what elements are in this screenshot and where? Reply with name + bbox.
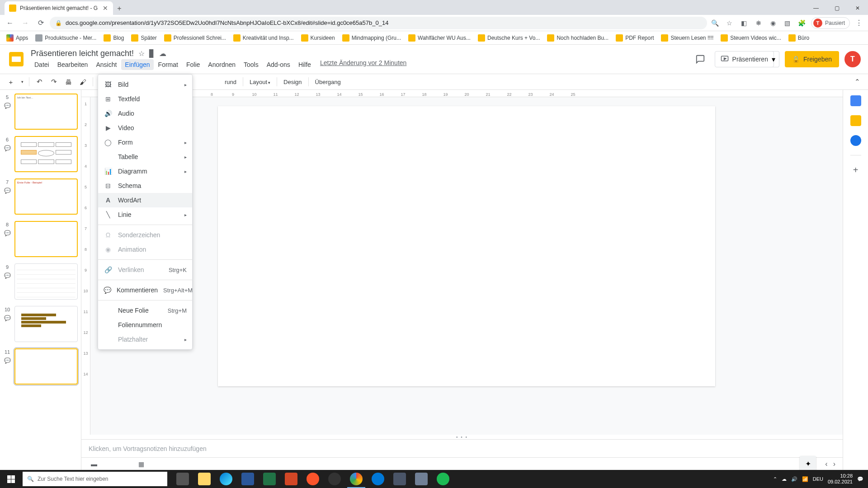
language-indicator[interactable]: DEU <box>813 476 823 482</box>
calendar-icon[interactable] <box>850 95 861 106</box>
notifications-icon[interactable]: 💬 <box>857 476 863 482</box>
move-icon[interactable]: ▊ <box>149 49 155 58</box>
slide-thumbnail-7[interactable]: Erste Folie - Beispiel <box>14 178 78 215</box>
user-avatar[interactable]: T <box>844 51 861 67</box>
document-title[interactable]: Präsentieren leicht gemacht! <box>31 49 134 58</box>
close-tab-icon[interactable]: ✕ <box>102 5 108 11</box>
new-tab-button[interactable]: + <box>113 2 126 15</box>
grid-view-button[interactable]: ▦ <box>136 459 146 469</box>
word-icon[interactable] <box>237 470 259 488</box>
excel-icon[interactable] <box>259 470 280 488</box>
edge-legacy-icon[interactable] <box>367 470 389 488</box>
menu-item-bild[interactable]: 🖼 Bild ▸ <box>98 77 192 92</box>
slide-thumbnail-5[interactable]: Ich bin Text... <box>14 94 78 130</box>
filmstrip-view-button[interactable]: ▬ <box>89 459 99 469</box>
ubergang-button[interactable]: Übergang <box>312 77 344 87</box>
design-button[interactable]: Design <box>281 77 304 87</box>
present-dropdown[interactable]: ▾ <box>769 51 779 67</box>
start-button[interactable] <box>0 470 22 488</box>
menu-anordnen[interactable]: Anordnen <box>204 59 239 70</box>
bookmark-item[interactable]: Produktsuche - Mer... <box>33 33 99 43</box>
menu-item-tabelle[interactable]: Tabelle ▸ <box>98 150 192 164</box>
menu-item-wordart[interactable]: A WordArt <box>98 193 192 207</box>
bookmark-item[interactable]: Kursideen <box>298 33 338 43</box>
slides-logo-icon[interactable] <box>7 50 25 68</box>
slide-canvas[interactable] <box>90 97 843 435</box>
close-window-button[interactable]: ✕ <box>847 1 868 15</box>
obs-icon[interactable] <box>324 470 345 488</box>
bookmark-item[interactable]: Kreativität und Insp... <box>231 33 297 43</box>
menu-item-diagramm[interactable]: 📊 Diagramm ▸ <box>98 164 192 178</box>
bookmark-item[interactable]: Steuern Lesen !!!! <box>658 33 716 43</box>
next-slide-button[interactable]: › <box>833 460 835 468</box>
bookmark-item[interactable]: Später <box>128 33 159 43</box>
add-addon-button[interactable]: + <box>850 164 861 175</box>
edge-icon[interactable] <box>215 470 237 488</box>
menu-datei[interactable]: Datei <box>31 59 53 70</box>
print-button[interactable]: 🖶 <box>62 75 75 88</box>
menu-tools[interactable]: Tools <box>240 59 262 70</box>
bookmark-item[interactable]: Büro <box>786 33 812 43</box>
menu-item-foliennummern[interactable]: Foliennummern <box>98 318 192 332</box>
onedrive-icon[interactable]: ☁ <box>782 476 787 482</box>
menu-hilfe[interactable]: Hilfe <box>295 59 315 70</box>
hintergrund-button[interactable]: rund <box>222 77 239 87</box>
back-button[interactable]: ← <box>4 17 16 29</box>
windows-search-input[interactable]: 🔍 Zur Suche Text hier eingeben <box>23 472 167 486</box>
new-slide-dropdown[interactable]: ▾ <box>19 75 25 88</box>
bookmark-item[interactable]: Mindmapping (Gru... <box>340 33 404 43</box>
keep-icon[interactable] <box>850 115 861 126</box>
menu-item-audio[interactable]: 🔊 Audio <box>98 106 192 121</box>
new-slide-button[interactable]: + <box>5 75 17 88</box>
tray-chevron-icon[interactable]: ⌃ <box>773 476 777 482</box>
undo-button[interactable]: ↶ <box>33 75 46 88</box>
menu-item-linie[interactable]: ╲ Linie ▸ <box>98 207 192 222</box>
menu-folie[interactable]: Folie <box>183 59 203 70</box>
file-explorer-icon[interactable] <box>193 470 215 488</box>
notes-resize-handle[interactable]: • • • <box>81 435 843 439</box>
extension-icon-3[interactable]: ▧ <box>782 18 793 28</box>
tasks-icon[interactable] <box>850 135 861 146</box>
slide-thumbnail-9[interactable] <box>14 263 78 300</box>
extension-icon-1[interactable]: ❋ <box>753 18 764 28</box>
menu-item-form[interactable]: ◯ Form ▸ <box>98 135 192 150</box>
menu-addons[interactable]: Add-ons <box>263 59 294 70</box>
menu-bearbeiten[interactable]: Bearbeiten <box>54 59 92 70</box>
powerpoint-icon[interactable] <box>280 470 302 488</box>
menu-einfuegen[interactable]: Einfügen <box>121 59 153 70</box>
slide-thumbnail-10[interactable] <box>14 306 78 342</box>
app-icon[interactable] <box>410 470 432 488</box>
menu-format[interactable]: Format <box>155 59 182 70</box>
profile-chip[interactable]: T Pausiert <box>811 17 850 29</box>
bookmark-item[interactable]: PDF Report <box>613 33 656 43</box>
maximize-button[interactable]: ▢ <box>826 1 847 15</box>
collapse-toolbar-button[interactable]: ⌃ <box>851 75 863 88</box>
bookmark-item[interactable]: Wahlfächer WU Aus... <box>406 33 473 43</box>
bookmark-apps[interactable]: Apps <box>4 33 31 43</box>
minimize-button[interactable]: — <box>806 1 826 15</box>
menu-item-video[interactable]: ▶ Video <box>98 121 192 135</box>
zoom-icon[interactable]: 🔍 <box>710 18 721 28</box>
volume-icon[interactable]: 🔊 <box>791 476 797 482</box>
cloud-status-icon[interactable]: ☁ <box>159 49 166 58</box>
present-button[interactable]: Präsentieren <box>715 51 774 67</box>
browser-tab[interactable]: Präsentieren leicht gemacht! - G ✕ <box>5 1 113 15</box>
menu-item-textfeld[interactable]: ⊞ Textfeld <box>98 92 192 106</box>
extension-icon-2[interactable]: ◉ <box>768 18 778 28</box>
last-change-link[interactable]: Letzte Änderung vor 2 Minuten <box>320 59 406 70</box>
bookmark-item[interactable]: Professionell Schrei... <box>161 33 229 43</box>
chrome-menu-icon[interactable]: ⋮ <box>854 19 864 27</box>
bookmark-item[interactable]: Noch hochladen Bu... <box>544 33 611 43</box>
prev-slide-button[interactable]: ‹ <box>825 460 827 468</box>
slide-thumbnail-11[interactable] <box>14 348 78 385</box>
brave-icon[interactable] <box>302 470 324 488</box>
forward-button[interactable]: → <box>19 17 32 29</box>
clock[interactable]: 10:28 09.02.2021 <box>828 473 853 485</box>
star-icon[interactable]: ☆ <box>138 49 145 58</box>
redo-button[interactable]: ↷ <box>47 75 60 88</box>
comments-button[interactable] <box>691 50 709 68</box>
menu-item-neue-folie[interactable]: Neue Folie Strg+M <box>98 303 192 318</box>
layout-button[interactable]: Layout▾ <box>247 77 273 87</box>
slide-thumbnail-6[interactable] <box>14 136 78 172</box>
current-slide[interactable] <box>218 106 715 386</box>
